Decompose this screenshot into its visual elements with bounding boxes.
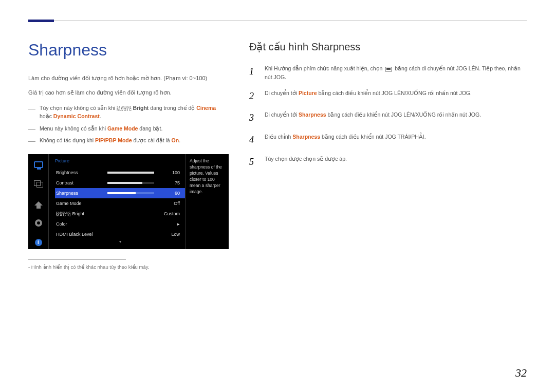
osd-sidebar: i [28, 154, 49, 249]
top-divider [28, 21, 527, 21]
intro-text-2: Giá trị cao hơn sẽ làm cho đường viền đố… [28, 88, 229, 98]
intro-text-1: Làm cho đường viền đối tượng rõ hơn hoặc… [28, 74, 229, 83]
step-4: 4 Điều chỉnh Sharpness bằng cách điều kh… [249, 133, 527, 147]
osd-row-contrast: Contrast 75 [55, 178, 185, 188]
step-1: 1 Khi Hướng dẫn phím chức năng xuất hiện… [249, 64, 527, 82]
osd-row-game-mode: Game Mode Off [55, 198, 185, 209]
section-title: Sharpness [28, 41, 229, 60]
osd-row-sharpness: Sharpness 60 [55, 188, 185, 198]
osd-scroll-down-icon: ▾ [55, 239, 185, 244]
step-5: 5 Tùy chọn được chọn sẽ được áp. [249, 155, 527, 170]
osd-nav-settings-icon [32, 217, 45, 229]
step-3: 3 Di chuyển tới Sharpness bằng cách điều… [249, 110, 527, 125]
osd-help-text: Adjust the sharpness of the picture. Val… [185, 154, 229, 249]
osd-row-hdmi-black: HDMI Black Level Low [55, 229, 185, 239]
osd-row-magic-bright: SAMSUNGMAGICBright Custom [55, 209, 185, 219]
osd-nav-picture-icon [32, 158, 45, 171]
menu-icon [385, 67, 392, 71]
note-game-mode: ― Menu này không có sẵn khi Game Mode đa… [28, 125, 229, 133]
osd-screenshot: i Picture Brightness 100 Contrast [28, 154, 229, 249]
step-2: 2 Di chuyển tới Picture bằng cách điều k… [249, 89, 527, 104]
osd-menu: Picture Brightness 100 Contrast 75 [49, 154, 185, 249]
osd-nav-pip-icon [32, 178, 45, 190]
osd-nav-display-icon [32, 197, 45, 210]
osd-row-brightness: Brightness 100 [55, 167, 185, 178]
osd-nav-info-icon: i [32, 236, 45, 249]
osd-menu-title: Picture [55, 158, 185, 163]
note-magic-bright: ― Tùy chọn này không có sẵn khi SAMSUNGM… [28, 104, 229, 121]
note-pip-pbp: ― Không có tác dụng khi PIP/PBP Mode đượ… [28, 137, 229, 145]
footnote-divider [28, 259, 126, 260]
page-number: 32 [515, 366, 527, 380]
osd-row-color: Color ▸ [55, 219, 185, 229]
footnote-text: - Hình ảnh hiển thị có thể khác nhau tùy… [28, 264, 229, 270]
config-heading: Đặt cấu hình Sharpness [249, 41, 527, 53]
